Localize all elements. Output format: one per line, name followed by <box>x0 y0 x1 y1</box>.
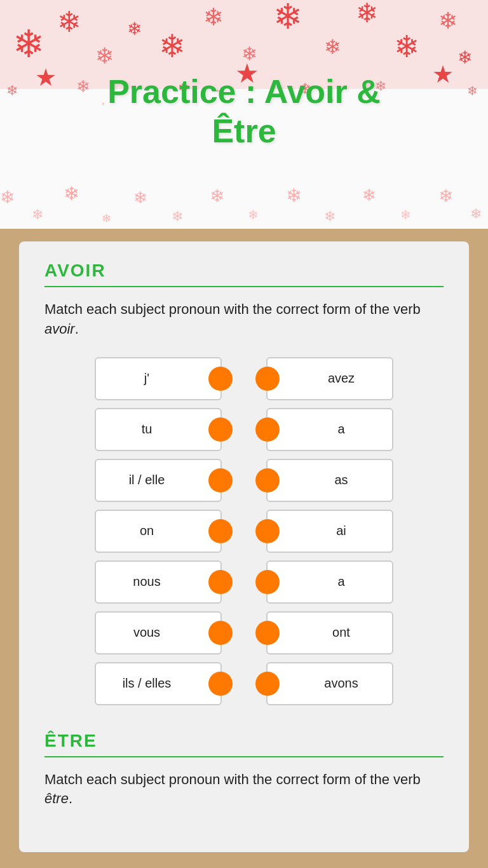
svg-text:★: ★ <box>35 64 57 91</box>
right-box[interactable]: ai <box>266 510 393 553</box>
svg-text:❄: ❄ <box>248 208 259 222</box>
subject-pronoun: ils / elles <box>123 676 172 691</box>
svg-text:❄: ❄ <box>286 185 302 206</box>
right-box[interactable]: a <box>266 560 393 604</box>
svg-text:❄: ❄ <box>0 187 15 207</box>
etre-title: ÊTRE <box>44 731 444 751</box>
connector-dot-right[interactable] <box>208 468 233 492</box>
left-box[interactable]: on <box>95 510 222 553</box>
verb-form: ont <box>332 625 350 640</box>
svg-text:❄: ❄ <box>127 19 142 39</box>
header: ❄ ❄ ❄ ❄ ❄ ❄ ❄ ❄ ❄ ❄ ❄ ❄ ❄ ★ ★ ★ ❄ ❄ ❄ ❄ … <box>0 0 488 229</box>
connector-dot-left[interactable] <box>255 570 280 594</box>
avoir-title: AVOIR <box>44 261 444 281</box>
match-row: il / elle as <box>44 459 444 502</box>
connector-dot-left[interactable] <box>255 519 280 543</box>
left-box[interactable]: il / elle <box>95 459 222 502</box>
svg-text:❄: ❄ <box>467 84 478 98</box>
svg-text:❄: ❄ <box>438 186 453 206</box>
avoir-description: Match each subject pronoun with the corr… <box>44 300 444 339</box>
connector-dot-right[interactable] <box>208 621 233 645</box>
svg-text:❄: ❄ <box>210 186 224 206</box>
match-row: tu a <box>44 408 444 451</box>
svg-text:❄: ❄ <box>133 188 147 207</box>
connector-dot-left[interactable] <box>255 672 280 696</box>
svg-text:❄: ❄ <box>400 208 411 222</box>
connector-dot-left[interactable] <box>255 468 280 492</box>
etre-divider <box>44 756 444 757</box>
verb-form: avons <box>324 676 358 691</box>
connector-dot-right[interactable] <box>208 519 233 543</box>
svg-text:❄: ❄ <box>64 183 79 204</box>
connector-dot-left[interactable] <box>255 621 280 645</box>
subject-pronoun: nous <box>133 574 160 589</box>
svg-text:❄: ❄ <box>362 186 376 205</box>
connector-dot-right[interactable] <box>208 570 233 594</box>
svg-text:❄: ❄ <box>95 43 114 68</box>
svg-text:❄: ❄ <box>203 4 224 31</box>
subject-pronoun: on <box>140 524 154 538</box>
left-box[interactable]: tu <box>95 408 222 451</box>
page-title: Practice : Avoir & Être <box>82 72 406 151</box>
avoir-match-grid: j' avez tu a <box>44 357 444 705</box>
svg-text:❄: ❄ <box>102 212 111 225</box>
verb-form: ai <box>336 524 346 538</box>
match-row: nous a <box>44 560 444 604</box>
etre-section: ÊTRE Match each subject pronoun with the… <box>44 731 444 810</box>
verb-form: a <box>337 574 344 589</box>
svg-text:❄: ❄ <box>241 43 257 64</box>
verb-form: as <box>334 473 348 487</box>
etre-description: Match each subject pronoun with the corr… <box>44 770 444 810</box>
right-box[interactable]: ont <box>266 611 393 654</box>
left-box[interactable]: nous <box>95 560 222 604</box>
left-box[interactable]: vous <box>95 611 222 654</box>
verb-form: a <box>337 422 344 437</box>
avoir-section: AVOIR Match each subject pronoun with th… <box>19 241 469 852</box>
right-box[interactable]: avez <box>266 357 393 400</box>
svg-text:❄: ❄ <box>159 29 186 64</box>
svg-text:❄: ❄ <box>356 0 378 28</box>
connector-dot-left[interactable] <box>255 367 280 391</box>
right-box[interactable]: avons <box>266 662 393 705</box>
match-row: vous ont <box>44 611 444 654</box>
connector-dot-right[interactable] <box>208 417 233 442</box>
left-box[interactable]: ils / elles <box>95 662 222 705</box>
subject-pronoun: il / elle <box>129 473 165 487</box>
svg-text:❄: ❄ <box>324 208 336 224</box>
subject-pronoun: j' <box>144 371 149 386</box>
svg-text:❄: ❄ <box>324 36 341 58</box>
right-box[interactable]: as <box>266 459 393 502</box>
svg-text:❄: ❄ <box>13 23 44 65</box>
match-row: ils / elles avons <box>44 662 444 705</box>
svg-text:❄: ❄ <box>394 30 419 64</box>
svg-text:❄: ❄ <box>172 208 183 224</box>
svg-text:❄: ❄ <box>6 83 18 98</box>
subject-pronoun: tu <box>142 422 152 437</box>
subject-pronoun: vous <box>133 625 160 640</box>
svg-text:❄: ❄ <box>57 6 81 38</box>
verb-form: avez <box>328 371 355 386</box>
match-row: j' avez <box>44 357 444 400</box>
connector-dot-left[interactable] <box>255 417 280 442</box>
avoir-divider <box>44 286 444 287</box>
svg-text:❄: ❄ <box>470 206 482 222</box>
svg-text:❄: ❄ <box>458 48 472 67</box>
svg-text:❄: ❄ <box>273 0 302 36</box>
right-box[interactable]: a <box>266 408 393 451</box>
svg-text:❄: ❄ <box>438 8 458 34</box>
match-row: on ai <box>44 510 444 553</box>
connector-dot-right[interactable] <box>208 367 233 391</box>
left-box[interactable]: j' <box>95 357 222 400</box>
svg-text:★: ★ <box>432 61 454 88</box>
svg-text:❄: ❄ <box>32 207 43 222</box>
connector-dot-right[interactable] <box>208 672 233 696</box>
